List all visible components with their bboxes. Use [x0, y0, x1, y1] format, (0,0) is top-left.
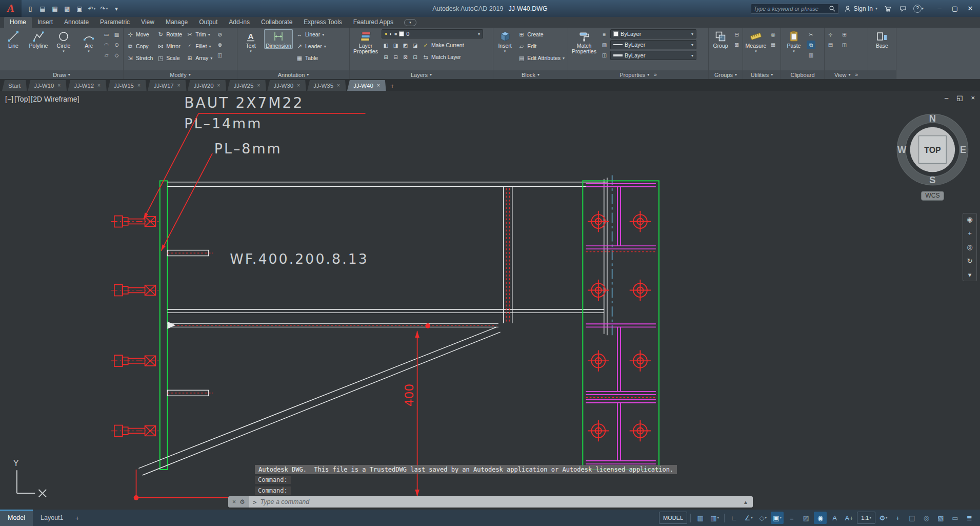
measure-dropdown-icon[interactable]: ▾ [755, 49, 757, 53]
text-tool-button[interactable]: A Text▾ [239, 29, 263, 53]
qat-customize-icon[interactable]: ▾ [111, 3, 122, 14]
ribbon-tab-featured-apps[interactable]: Featured Apps [348, 17, 399, 28]
viewcube-west[interactable]: W [897, 144, 907, 155]
linetype-dropdown[interactable]: ByLayer▾ [610, 40, 696, 49]
linear-dimension-button[interactable]: ↔Linear▾ [294, 29, 328, 40]
hatch-icon[interactable]: ▨ [112, 30, 121, 39]
ortho-icon[interactable]: ∟ [728, 512, 741, 524]
trim-button[interactable]: ✂Trim▾ [185, 29, 214, 40]
transparency-icon[interactable]: ▨ [799, 512, 812, 524]
model-space-canvas[interactable]: 400 BAUT 2X7M22 PL–14mm PL–8mm WF.400.20… [0, 91, 980, 510]
ribbon-options-button[interactable]: ▾ [404, 19, 416, 26]
ribbon-tab-manage[interactable]: Manage [160, 17, 193, 28]
tab-close-icon[interactable]: × [57, 83, 61, 88]
rectangle-icon[interactable]: ▭ [102, 30, 111, 39]
command-input[interactable] [261, 498, 739, 505]
measure-button[interactable]: Measure▾ [745, 29, 767, 53]
leader-dropdown-icon[interactable]: ▾ [324, 44, 326, 49]
panel-title-annotation[interactable]: Annotation▾ [237, 70, 349, 79]
ribbon-tab-output[interactable]: Output [193, 17, 223, 28]
viewcube-east[interactable]: E [960, 144, 966, 155]
layer-lock-icon[interactable]: ■ [394, 31, 397, 36]
undo-dropdown-icon[interactable]: ▾ [94, 7, 96, 11]
polygon-icon[interactable]: ◇ [112, 51, 121, 60]
polyline-tool-button[interactable]: Polyline [27, 29, 50, 49]
linear-dropdown-icon[interactable]: ▾ [322, 32, 324, 37]
ribbon-tab-parametric[interactable]: Parametric [94, 17, 135, 28]
paste-dropdown-icon[interactable]: ▾ [793, 49, 795, 53]
copy-button[interactable]: ⧉Copy [125, 41, 154, 51]
mirror-button[interactable]: ⋈Mirror [155, 41, 184, 51]
layer-on-icon[interactable]: ● [385, 31, 387, 36]
edit-attributes-button[interactable]: ▤Edit Attributes▾ [516, 53, 566, 63]
tab-close-icon[interactable]: × [177, 83, 181, 88]
panel-title-modify[interactable]: Modify▾ [124, 70, 237, 79]
copy-base-point-icon[interactable]: ▥ [807, 51, 815, 60]
ribbon-tab-annotate[interactable]: Annotate [58, 17, 94, 28]
lineweight-icon[interactable]: ≡ [785, 512, 798, 524]
group-button[interactable]: Group [710, 29, 731, 49]
tab-close-icon[interactable]: × [377, 83, 380, 88]
line-tool-button[interactable]: Line [2, 29, 25, 49]
arc-tool-button[interactable]: Arc▾ [77, 29, 101, 53]
leader-button[interactable]: ↗Leader▾ [294, 41, 328, 51]
redo-dropdown-icon[interactable]: ▾ [106, 7, 108, 11]
annotation-autoscale-icon[interactable]: A+ [843, 512, 855, 524]
doc-close-icon[interactable]: × [971, 94, 975, 102]
new-layout-button[interactable]: + [71, 510, 84, 526]
layer-off-icon[interactable]: ◧ [382, 41, 390, 50]
layer-lock-tool-icon[interactable]: ◪ [411, 41, 419, 50]
file-tab-jj-w12[interactable]: JJ-W12× [68, 80, 107, 91]
paste-button[interactable]: Paste▾ [783, 29, 805, 53]
layer-dropdown[interactable]: ● ◐ ■ 0 ▾ [382, 29, 483, 38]
panel-title-draw[interactable]: Draw▾ [0, 70, 123, 79]
file-tab-start[interactable]: Start [2, 80, 27, 91]
scale-button[interactable]: ◳Scale [155, 53, 184, 63]
ellipse-arc-icon[interactable]: ◠ [102, 41, 111, 49]
tab-close-icon[interactable]: × [337, 83, 340, 88]
tab-close-icon[interactable]: × [137, 83, 141, 88]
panel-title-groups[interactable]: Groups▾ [709, 70, 743, 79]
doc-minimize-icon[interactable]: – [945, 94, 948, 102]
search-icon[interactable] [829, 5, 836, 12]
isolate-objects-icon[interactable]: ◎ [920, 512, 933, 524]
new-file-icon[interactable]: ▯ [25, 3, 36, 14]
redo-icon[interactable]: ↷▾ [98, 3, 110, 14]
help-search-box[interactable] [751, 4, 839, 14]
navbar-more-icon[interactable]: ▾ [968, 271, 972, 279]
ellipse-icon[interactable]: ⊙ [112, 41, 121, 49]
clean-screen-icon[interactable]: ▭ [949, 512, 962, 524]
search-input[interactable] [754, 6, 829, 12]
isodraft-icon[interactable]: ◇▾ [756, 512, 769, 524]
plot-icon[interactable]: ▣ [74, 3, 85, 14]
copy-clip-icon[interactable]: ⧉ [807, 41, 815, 49]
match-layer-button[interactable]: ⇆Match Layer [421, 52, 463, 62]
maximize-button[interactable]: ▢ [947, 3, 963, 15]
circle-dropdown-icon[interactable]: ▾ [63, 49, 65, 53]
file-tab-jj-w15[interactable]: JJ-W15× [108, 80, 147, 91]
doc-restore-icon[interactable]: ◱ [956, 94, 963, 102]
selection-cycling-icon[interactable]: ◉ [814, 512, 827, 524]
file-tab-jj-w35[interactable]: JJ-W35× [307, 80, 346, 91]
ungroup-icon[interactable]: ⊟ [732, 30, 741, 39]
table-button[interactable]: ▦Table [294, 53, 328, 63]
annotation-monitor-icon[interactable]: + [891, 512, 904, 524]
list-properties-icon[interactable]: ◫ [600, 51, 609, 60]
object-transparency-icon[interactable]: ▨ [600, 41, 609, 49]
viewcube-north[interactable]: N [929, 113, 936, 124]
save-as-icon[interactable]: ▩ [62, 3, 73, 14]
id-point-icon[interactable]: ◎ [769, 30, 777, 39]
insert-dropdown-icon[interactable]: ▾ [504, 49, 506, 53]
command-close-icon[interactable]: × [232, 498, 236, 505]
file-tab-jj-w10[interactable]: JJ-W10× [28, 80, 67, 91]
command-customize-icon[interactable]: ⚙ [239, 498, 245, 505]
layer-properties-button[interactable]: Layer Properties [351, 29, 380, 54]
cad-drawing[interactable]: 400 BAUT 2X7M22 PL–14mm PL–8mm WF.400.20… [0, 91, 980, 510]
app-menu-button[interactable]: A [0, 0, 22, 17]
array-button[interactable]: ⊞Array▾ [185, 53, 214, 63]
layer-freeze-tool-icon[interactable]: ◩ [401, 41, 410, 50]
quick-calculator-icon[interactable]: ▦ [769, 41, 777, 49]
ribbon-tab-addins[interactable]: Add-ins [223, 17, 255, 28]
snap-icon[interactable]: ▥▾ [708, 512, 721, 524]
edit-block-button[interactable]: ▱Edit [516, 41, 566, 51]
